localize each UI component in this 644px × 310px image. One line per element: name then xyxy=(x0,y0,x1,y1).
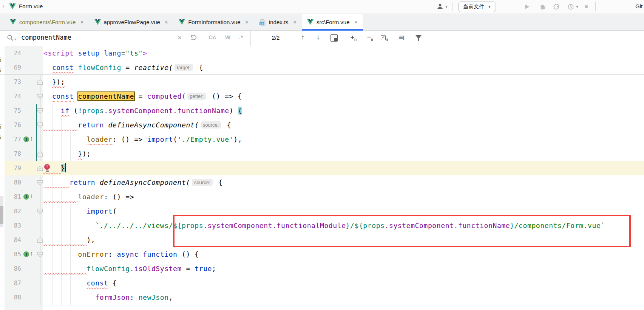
code-line-text[interactable]: flowConfig.isOldSystem = true; xyxy=(43,262,216,276)
code-line-text[interactable]: <script setup lang="ts"> xyxy=(43,46,147,60)
debug-button[interactable] xyxy=(539,3,546,10)
profiler-caret-icon[interactable]: ▼ xyxy=(576,5,579,9)
select-all-occurrences-button[interactable]: ✓II xyxy=(381,34,388,42)
line-number[interactable]: 76 xyxy=(5,118,21,132)
match-case-toggle[interactable]: Cc xyxy=(208,34,216,40)
coverage-button[interactable] xyxy=(553,3,560,10)
fold-region-end-icon[interactable] xyxy=(37,79,43,85)
remove-occurrence-button[interactable]: −II xyxy=(367,34,374,42)
code-line[interactable]: 85I↑ onError: async function () { xyxy=(0,247,644,262)
user-icon[interactable] xyxy=(437,3,443,10)
code-editor[interactable]: 24<script setup lang="ts">69 const flowC… xyxy=(0,46,644,310)
fold-region-start-icon[interactable] xyxy=(37,209,43,214)
line-number[interactable]: 73 xyxy=(5,75,21,89)
left-edge-scrollbar-thumb[interactable] xyxy=(0,206,3,224)
search-history-icon[interactable] xyxy=(190,35,197,41)
code-line-text[interactable]: import( xyxy=(43,204,117,219)
run-button[interactable]: ▶ xyxy=(525,3,530,10)
line-number[interactable]: 79 xyxy=(5,161,21,175)
code-line-text[interactable]: return defineAsyncComponent(source: { xyxy=(43,175,222,190)
code-line[interactable]: 73 }); xyxy=(0,75,644,89)
line-number[interactable]: 75 xyxy=(5,104,21,118)
editor-tab[interactable]: TSindex.ts× xyxy=(254,14,302,30)
fold-region-end-icon[interactable] xyxy=(37,151,43,157)
line-number[interactable]: 74 xyxy=(5,89,21,104)
next-match-button[interactable]: ↓ xyxy=(317,33,320,41)
fold-region-start-icon[interactable] xyxy=(37,94,43,99)
add-occurrence-button[interactable]: +II xyxy=(351,34,357,42)
code-line-text[interactable]: onError: async function () { xyxy=(43,247,199,262)
search-options-caret-icon[interactable]: ▼ xyxy=(14,38,17,41)
search-icon[interactable] xyxy=(7,34,14,41)
line-number[interactable]: 81 xyxy=(5,190,21,204)
code-line[interactable]: 24<script setup lang="ts"> xyxy=(0,46,644,60)
code-line-text[interactable]: const flowConfig = reactive(target: { xyxy=(43,60,203,75)
code-line[interactable]: 69 const flowConfig = reactive(target: { xyxy=(0,60,644,75)
code-line-text[interactable]: formJson: newJson, xyxy=(43,290,173,305)
editor-tab[interactable]: approveFlowPage.vue× xyxy=(89,14,174,30)
clear-search-icon[interactable]: × xyxy=(178,34,182,42)
tab-close-icon[interactable]: × xyxy=(354,19,357,26)
line-number[interactable]: 83 xyxy=(5,219,21,233)
line-number[interactable]: 80 xyxy=(5,175,21,190)
line-number[interactable]: 87 xyxy=(5,276,21,290)
intention-gutter-icon[interactable]: I↑ xyxy=(23,193,36,201)
filter-icon[interactable] xyxy=(415,35,422,39)
fold-region-end-icon[interactable] xyxy=(37,237,43,243)
intention-gutter-icon[interactable]: I↑ xyxy=(23,136,36,143)
line-number[interactable]: 24 xyxy=(5,46,21,60)
fold-region-start-icon[interactable] xyxy=(37,108,43,113)
editor-tab[interactable]: FormInformation.vue× xyxy=(173,14,254,30)
git-label[interactable]: Git xyxy=(635,3,642,9)
code-line[interactable]: 78 }); xyxy=(0,147,644,161)
profiler-button[interactable] xyxy=(567,3,574,10)
tab-close-icon[interactable]: × xyxy=(293,19,297,26)
breadcrumb-file-title[interactable]: Form.vue xyxy=(19,3,43,9)
tab-close-icon[interactable]: × xyxy=(165,19,168,26)
line-number[interactable]: 84 xyxy=(5,233,21,247)
tab-close-icon[interactable]: × xyxy=(80,19,83,26)
code-line-text[interactable]: }); xyxy=(43,147,91,161)
line-number[interactable]: 85 xyxy=(5,247,21,262)
fold-region-start-icon[interactable] xyxy=(37,180,43,185)
code-line-text[interactable]: if (!props.systemComponent.functionName)… xyxy=(43,104,242,118)
stop-button[interactable]: ■ xyxy=(585,3,588,9)
intention-gutter-icon[interactable]: I↑ xyxy=(23,251,36,258)
previous-match-button[interactable]: ↑ xyxy=(301,33,304,41)
code-line-text[interactable]: const { xyxy=(43,276,117,290)
search-input[interactable]: componentName xyxy=(21,34,71,41)
code-line[interactable]: 81I↑ loader: () => xyxy=(0,190,644,204)
filter-lines-icon[interactable]: ≡I xyxy=(399,33,405,42)
code-line[interactable]: 77I↑ loader: () => import('./Empty.vue')… xyxy=(0,132,644,147)
code-line-text[interactable]: const componentName = computed(getter: (… xyxy=(43,89,242,104)
line-number[interactable]: 78 xyxy=(5,147,21,161)
open-in-find-window-button[interactable] xyxy=(330,34,338,42)
code-line[interactable]: 75 if (!props.systemComponent.functionNa… xyxy=(0,104,644,118)
editor-tab[interactable]: src\Form.vue× xyxy=(302,14,363,30)
code-line-text[interactable]: loader: () => xyxy=(43,190,134,204)
code-line[interactable]: 88 formJson: newJson, xyxy=(0,290,644,305)
code-line-text[interactable]: loader: () => import('./Empty.vue'), xyxy=(43,132,242,147)
run-config-select[interactable]: 当前文件 ▼ xyxy=(458,2,496,12)
code-line[interactable]: 80 return defineAsyncComponent(source: { xyxy=(0,175,644,190)
code-line[interactable]: 79! } xyxy=(0,161,644,175)
code-line-text[interactable]: } xyxy=(43,161,66,175)
code-line-text[interactable]: return defineAsyncComponent(source: { xyxy=(43,118,231,132)
code-line-text[interactable]: ), xyxy=(43,233,95,247)
fold-region-start-icon[interactable] xyxy=(37,252,43,257)
code-line[interactable]: 86 flowConfig.isOldSystem = true; xyxy=(0,262,644,276)
line-number[interactable]: 77 xyxy=(5,132,21,147)
regex-toggle[interactable]: .* xyxy=(239,34,243,40)
editor-tab[interactable]: components\Form.vue× xyxy=(5,14,89,30)
tab-close-icon[interactable]: × xyxy=(245,19,249,26)
code-line[interactable]: 74 const componentName = computed(getter… xyxy=(0,89,644,104)
code-line[interactable]: 76 return defineAsyncComponent(source: { xyxy=(0,118,644,132)
line-number[interactable]: 69 xyxy=(5,60,21,75)
code-line[interactable]: 87 const { xyxy=(0,276,644,290)
line-number[interactable]: 88 xyxy=(5,290,21,305)
line-number[interactable]: 82 xyxy=(5,204,21,219)
fold-region-end-icon[interactable] xyxy=(37,166,43,171)
code-line-text[interactable]: }); xyxy=(43,75,65,89)
words-toggle[interactable]: W xyxy=(225,34,231,40)
fold-region-start-icon[interactable] xyxy=(37,122,43,128)
